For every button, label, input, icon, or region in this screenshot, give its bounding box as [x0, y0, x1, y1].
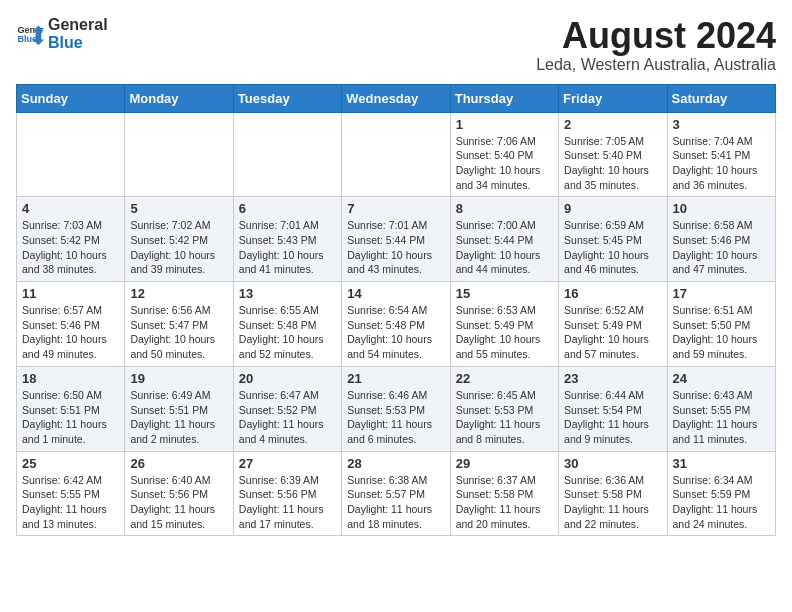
calendar-cell: 3Sunrise: 7:04 AMSunset: 5:41 PMDaylight…	[667, 112, 775, 197]
day-number: 12	[130, 286, 227, 301]
calendar-cell: 19Sunrise: 6:49 AMSunset: 5:51 PMDayligh…	[125, 366, 233, 451]
day-number: 10	[673, 201, 770, 216]
calendar-week-row: 18Sunrise: 6:50 AMSunset: 5:51 PMDayligh…	[17, 366, 776, 451]
day-info: Sunrise: 6:46 AMSunset: 5:53 PMDaylight:…	[347, 388, 444, 447]
title-area: August 2024 Leda, Western Australia, Aus…	[536, 16, 776, 74]
calendar-cell	[17, 112, 125, 197]
day-info: Sunrise: 7:01 AMSunset: 5:44 PMDaylight:…	[347, 218, 444, 277]
calendar-cell: 25Sunrise: 6:42 AMSunset: 5:55 PMDayligh…	[17, 451, 125, 536]
day-number: 17	[673, 286, 770, 301]
day-info: Sunrise: 6:55 AMSunset: 5:48 PMDaylight:…	[239, 303, 336, 362]
month-year-title: August 2024	[536, 16, 776, 56]
day-info: Sunrise: 6:44 AMSunset: 5:54 PMDaylight:…	[564, 388, 661, 447]
day-number: 18	[22, 371, 119, 386]
day-number: 5	[130, 201, 227, 216]
day-info: Sunrise: 6:45 AMSunset: 5:53 PMDaylight:…	[456, 388, 553, 447]
calendar-cell: 15Sunrise: 6:53 AMSunset: 5:49 PMDayligh…	[450, 282, 558, 367]
calendar-cell: 12Sunrise: 6:56 AMSunset: 5:47 PMDayligh…	[125, 282, 233, 367]
day-info: Sunrise: 6:38 AMSunset: 5:57 PMDaylight:…	[347, 473, 444, 532]
logo: General Blue General Blue	[16, 16, 108, 51]
day-number: 29	[456, 456, 553, 471]
calendar-cell: 6Sunrise: 7:01 AMSunset: 5:43 PMDaylight…	[233, 197, 341, 282]
day-info: Sunrise: 6:57 AMSunset: 5:46 PMDaylight:…	[22, 303, 119, 362]
day-info: Sunrise: 7:05 AMSunset: 5:40 PMDaylight:…	[564, 134, 661, 193]
calendar-cell: 17Sunrise: 6:51 AMSunset: 5:50 PMDayligh…	[667, 282, 775, 367]
day-info: Sunrise: 6:56 AMSunset: 5:47 PMDaylight:…	[130, 303, 227, 362]
calendar-cell	[233, 112, 341, 197]
day-info: Sunrise: 6:50 AMSunset: 5:51 PMDaylight:…	[22, 388, 119, 447]
calendar-cell: 29Sunrise: 6:37 AMSunset: 5:58 PMDayligh…	[450, 451, 558, 536]
calendar-cell: 26Sunrise: 6:40 AMSunset: 5:56 PMDayligh…	[125, 451, 233, 536]
day-number: 21	[347, 371, 444, 386]
calendar-cell: 16Sunrise: 6:52 AMSunset: 5:49 PMDayligh…	[559, 282, 667, 367]
calendar-cell: 24Sunrise: 6:43 AMSunset: 5:55 PMDayligh…	[667, 366, 775, 451]
calendar-day-header: Monday	[125, 84, 233, 112]
day-info: Sunrise: 6:42 AMSunset: 5:55 PMDaylight:…	[22, 473, 119, 532]
day-info: Sunrise: 6:54 AMSunset: 5:48 PMDaylight:…	[347, 303, 444, 362]
logo-blue-text: Blue	[48, 34, 108, 52]
day-number: 1	[456, 117, 553, 132]
day-info: Sunrise: 6:53 AMSunset: 5:49 PMDaylight:…	[456, 303, 553, 362]
calendar-day-header: Friday	[559, 84, 667, 112]
day-info: Sunrise: 6:58 AMSunset: 5:46 PMDaylight:…	[673, 218, 770, 277]
day-number: 11	[22, 286, 119, 301]
calendar-cell: 21Sunrise: 6:46 AMSunset: 5:53 PMDayligh…	[342, 366, 450, 451]
calendar-week-row: 11Sunrise: 6:57 AMSunset: 5:46 PMDayligh…	[17, 282, 776, 367]
day-number: 9	[564, 201, 661, 216]
calendar-cell: 28Sunrise: 6:38 AMSunset: 5:57 PMDayligh…	[342, 451, 450, 536]
day-number: 13	[239, 286, 336, 301]
logo-icon: General Blue	[16, 20, 44, 48]
calendar-cell: 23Sunrise: 6:44 AMSunset: 5:54 PMDayligh…	[559, 366, 667, 451]
day-info: Sunrise: 7:01 AMSunset: 5:43 PMDaylight:…	[239, 218, 336, 277]
day-number: 20	[239, 371, 336, 386]
day-number: 19	[130, 371, 227, 386]
calendar-cell: 11Sunrise: 6:57 AMSunset: 5:46 PMDayligh…	[17, 282, 125, 367]
calendar-table: SundayMondayTuesdayWednesdayThursdayFrid…	[16, 84, 776, 537]
calendar-day-header: Sunday	[17, 84, 125, 112]
day-info: Sunrise: 7:04 AMSunset: 5:41 PMDaylight:…	[673, 134, 770, 193]
day-number: 25	[22, 456, 119, 471]
day-number: 15	[456, 286, 553, 301]
day-number: 27	[239, 456, 336, 471]
calendar-cell: 5Sunrise: 7:02 AMSunset: 5:42 PMDaylight…	[125, 197, 233, 282]
calendar-day-header: Thursday	[450, 84, 558, 112]
day-info: Sunrise: 7:06 AMSunset: 5:40 PMDaylight:…	[456, 134, 553, 193]
calendar-cell: 18Sunrise: 6:50 AMSunset: 5:51 PMDayligh…	[17, 366, 125, 451]
day-info: Sunrise: 6:52 AMSunset: 5:49 PMDaylight:…	[564, 303, 661, 362]
day-number: 23	[564, 371, 661, 386]
day-info: Sunrise: 6:43 AMSunset: 5:55 PMDaylight:…	[673, 388, 770, 447]
calendar-cell: 30Sunrise: 6:36 AMSunset: 5:58 PMDayligh…	[559, 451, 667, 536]
calendar-cell	[125, 112, 233, 197]
day-info: Sunrise: 6:36 AMSunset: 5:58 PMDaylight:…	[564, 473, 661, 532]
calendar-cell: 27Sunrise: 6:39 AMSunset: 5:56 PMDayligh…	[233, 451, 341, 536]
calendar-cell: 9Sunrise: 6:59 AMSunset: 5:45 PMDaylight…	[559, 197, 667, 282]
calendar-cell: 14Sunrise: 6:54 AMSunset: 5:48 PMDayligh…	[342, 282, 450, 367]
day-info: Sunrise: 7:03 AMSunset: 5:42 PMDaylight:…	[22, 218, 119, 277]
calendar-week-row: 4Sunrise: 7:03 AMSunset: 5:42 PMDaylight…	[17, 197, 776, 282]
calendar-week-row: 25Sunrise: 6:42 AMSunset: 5:55 PMDayligh…	[17, 451, 776, 536]
day-number: 30	[564, 456, 661, 471]
page-header: General Blue General Blue August 2024 Le…	[16, 16, 776, 74]
calendar-cell: 8Sunrise: 7:00 AMSunset: 5:44 PMDaylight…	[450, 197, 558, 282]
day-number: 7	[347, 201, 444, 216]
day-info: Sunrise: 6:59 AMSunset: 5:45 PMDaylight:…	[564, 218, 661, 277]
calendar-cell: 4Sunrise: 7:03 AMSunset: 5:42 PMDaylight…	[17, 197, 125, 282]
day-number: 2	[564, 117, 661, 132]
calendar-cell: 10Sunrise: 6:58 AMSunset: 5:46 PMDayligh…	[667, 197, 775, 282]
svg-text:Blue: Blue	[17, 34, 37, 44]
day-info: Sunrise: 7:02 AMSunset: 5:42 PMDaylight:…	[130, 218, 227, 277]
calendar-cell	[342, 112, 450, 197]
calendar-cell: 13Sunrise: 6:55 AMSunset: 5:48 PMDayligh…	[233, 282, 341, 367]
calendar-day-header: Saturday	[667, 84, 775, 112]
day-number: 3	[673, 117, 770, 132]
calendar-cell: 31Sunrise: 6:34 AMSunset: 5:59 PMDayligh…	[667, 451, 775, 536]
calendar-cell: 22Sunrise: 6:45 AMSunset: 5:53 PMDayligh…	[450, 366, 558, 451]
calendar-cell: 20Sunrise: 6:47 AMSunset: 5:52 PMDayligh…	[233, 366, 341, 451]
day-info: Sunrise: 6:39 AMSunset: 5:56 PMDaylight:…	[239, 473, 336, 532]
day-info: Sunrise: 7:00 AMSunset: 5:44 PMDaylight:…	[456, 218, 553, 277]
day-number: 6	[239, 201, 336, 216]
calendar-cell: 7Sunrise: 7:01 AMSunset: 5:44 PMDaylight…	[342, 197, 450, 282]
calendar-day-header: Wednesday	[342, 84, 450, 112]
day-number: 28	[347, 456, 444, 471]
day-info: Sunrise: 6:49 AMSunset: 5:51 PMDaylight:…	[130, 388, 227, 447]
